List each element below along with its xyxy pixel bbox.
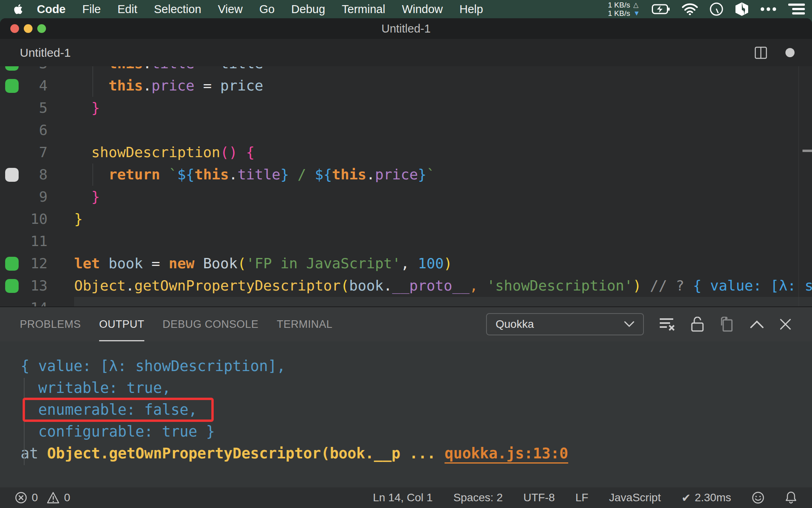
line-number: 5 [39, 97, 48, 119]
code-line-5[interactable]: 5 } [0, 97, 812, 119]
cursor-position[interactable]: Ln 14, Col 1 [373, 491, 433, 504]
net-down-speed: 1 KB/s [608, 9, 630, 17]
editor-actions-dot-icon[interactable] [785, 48, 795, 57]
code-line-13[interactable]: 13Object.getOwnPropertyDescriptor(book._… [0, 275, 812, 297]
zoom-window-button[interactable] [37, 24, 46, 33]
output-indent-guide [24, 378, 25, 465]
code-line-7[interactable]: 7 showDescription() { [0, 141, 812, 164]
code-text [74, 230, 812, 252]
code-line-11[interactable]: 11 [0, 230, 812, 252]
gutter-line-5: 5 [0, 97, 74, 119]
close-panel-icon[interactable] [779, 318, 791, 330]
code-text: this.title = title [74, 66, 812, 75]
output-line-4: configurable: true } [21, 421, 812, 443]
code-line-8[interactable]: 8 return `${this.title} / ${this.price}` [0, 164, 812, 186]
warnings-icon[interactable] [47, 492, 59, 504]
code-text: this.price = price [74, 75, 812, 97]
code-text [74, 297, 812, 306]
gutter-line-4: 4 [0, 75, 74, 97]
panel-tab-debug-console[interactable]: DEBUG CONSOLE [163, 307, 259, 341]
code-line-4[interactable]: 4 this.price = price [0, 75, 812, 97]
gutter-line-8: 8 [0, 164, 74, 186]
download-arrow-icon: ▼ [633, 9, 640, 17]
errors-count[interactable]: 0 [32, 491, 38, 504]
code-text: Object.getOwnPropertyDescriptor(book.__p… [74, 275, 812, 297]
macos-menubar: CodeFileEditSelectionViewGoDebugTerminal… [0, 0, 812, 18]
panel-header: PROBLEMSOUTPUTDEBUG CONSOLETERMINAL Quok… [0, 306, 812, 341]
menu-item-code[interactable]: Code [29, 3, 74, 16]
close-window-button[interactable] [10, 24, 19, 33]
output-channel-select[interactable]: Quokka [486, 313, 644, 335]
code-line-6[interactable]: 6 [0, 119, 812, 141]
quokka-coverage-marker [5, 66, 19, 71]
encoding-setting[interactable]: UTF-8 [523, 491, 555, 504]
tab-untitled-1[interactable]: Untitled-1 [20, 46, 71, 60]
output-line-2: writable: true, [21, 377, 812, 399]
line-number: 13 [31, 275, 48, 297]
warnings-count[interactable]: 0 [64, 491, 71, 504]
clear-output-icon[interactable] [660, 318, 675, 331]
battery-charging-icon[interactable] [652, 4, 670, 14]
menu-item-help[interactable]: Help [451, 3, 492, 16]
code-line-10[interactable]: 10} [0, 208, 812, 230]
menu-item-edit[interactable]: Edit [109, 3, 146, 16]
minimize-window-button[interactable] [24, 24, 33, 33]
indentation-setting[interactable]: Spaces: 2 [453, 491, 503, 504]
output-line-1: { value: [λ: showDescription], [21, 355, 812, 377]
split-editor-icon[interactable] [755, 46, 767, 59]
vscode-window: Untitled-1 Untitled-1 3 this.title = tit… [0, 18, 812, 508]
errors-icon[interactable] [15, 492, 27, 504]
open-output-in-editor-icon[interactable] [720, 317, 734, 332]
check-icon: ✔ [682, 491, 691, 504]
apple-logo-icon[interactable] [13, 4, 23, 15]
menu-item-view[interactable]: View [210, 3, 251, 16]
gutter-line-14: 14 [0, 297, 74, 306]
line-number: 11 [31, 230, 48, 252]
quokka-coverage-marker [5, 279, 19, 293]
feedback-smiley-icon[interactable] [752, 491, 764, 504]
window-titlebar[interactable]: Untitled-1 [0, 18, 812, 39]
menu-item-terminal[interactable]: Terminal [333, 3, 394, 16]
code-line-14[interactable]: 14 [0, 297, 812, 306]
menu-item-go[interactable]: Go [251, 3, 283, 16]
network-speed-indicator[interactable]: 1 KB/s 1 KB/s △ ▼ [608, 1, 640, 17]
quokka-coverage-marker [5, 79, 19, 93]
more-dots-icon[interactable] [760, 7, 776, 11]
panel-tab-terminal[interactable]: TERMINAL [277, 307, 333, 341]
output-line-5: at Object.getOwnPropertyDescriptor(book.… [21, 443, 812, 464]
upload-arrow-icon: △ [633, 1, 640, 9]
wifi-icon[interactable] [682, 3, 698, 15]
overview-ruler-border [799, 66, 799, 306]
panel-tab-problems[interactable]: PROBLEMS [20, 307, 81, 341]
quokka-source-link[interactable]: quokka.js:13:0 [444, 445, 568, 462]
maximize-panel-icon[interactable] [750, 320, 764, 328]
gutter-line-12: 12 [0, 252, 74, 275]
quokka-coverage-marker [5, 168, 19, 182]
notifications-bell-icon[interactable] [785, 491, 797, 504]
panel-tab-output[interactable]: OUTPUT [99, 307, 144, 341]
language-mode[interactable]: JavaScript [609, 491, 661, 504]
line-number: 6 [39, 119, 48, 141]
code-line-3[interactable]: 3 this.title = title [0, 66, 812, 75]
code-line-9[interactable]: 9 } [0, 186, 812, 208]
quokka-coverage-marker [5, 257, 19, 271]
clock-icon[interactable] [710, 2, 723, 16]
indent-guide [92, 164, 93, 186]
overview-ruler-marker [802, 150, 812, 152]
output-panel[interactable]: { value: [λ: showDescription], writable:… [0, 341, 812, 487]
code-editor[interactable]: 3 this.title = title4 this.price = price… [0, 66, 812, 306]
menu-item-selection[interactable]: Selection [146, 3, 209, 16]
quokka-perf[interactable]: ✔ 2.30ms [682, 491, 731, 504]
menu-item-debug[interactable]: Debug [283, 3, 333, 16]
app-cube-icon[interactable] [735, 2, 749, 16]
line-number: 9 [39, 186, 48, 208]
list-menu-icon[interactable] [788, 3, 805, 15]
eol-setting[interactable]: LF [575, 491, 588, 504]
code-text: let book = new Book('FP in JavaScript', … [74, 252, 812, 275]
code-line-12[interactable]: 12let book = new Book('FP in JavaScript'… [0, 252, 812, 275]
line-number: 14 [31, 297, 48, 306]
unlock-icon[interactable] [691, 317, 704, 332]
chevron-down-icon [624, 321, 634, 327]
menu-item-file[interactable]: File [74, 3, 109, 16]
menu-item-window[interactable]: Window [394, 3, 451, 16]
